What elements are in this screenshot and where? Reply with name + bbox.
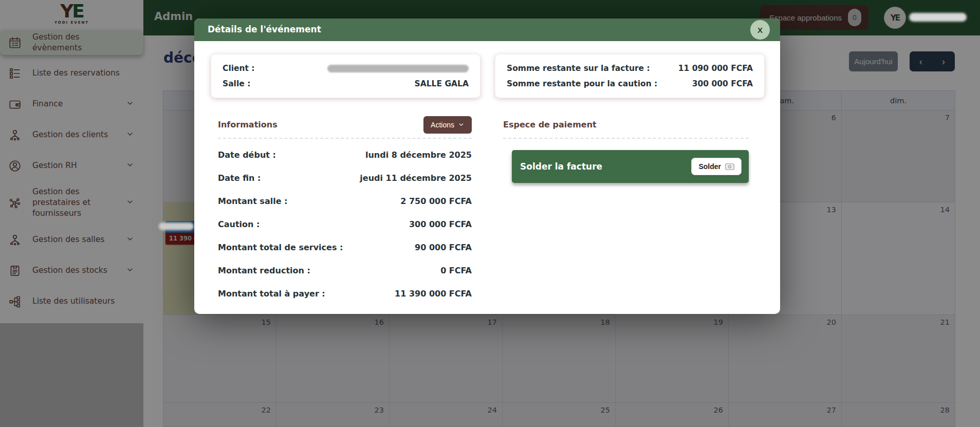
event-title-redaction (159, 222, 194, 230)
remaining-caution-row: Somme restante pour la caution : 300 000… (507, 76, 753, 91)
solder-button[interactable]: Solder (691, 158, 742, 175)
remaining-invoice-row: Somme restante sur la facture : 11 090 0… (507, 61, 753, 76)
remaining-caution-label: Somme restante pour la caution : (507, 79, 657, 88)
info-value: 0 FCFA (440, 266, 472, 278)
remaining-caution-value: 300 000 FCFA (692, 79, 753, 88)
salle-label: Salle : (223, 79, 250, 88)
client-label: Client : (223, 64, 255, 73)
informations-heading: Informations (218, 120, 278, 129)
salle-row: Salle : SALLE GALA (223, 76, 469, 91)
info-label: Montant total de services : (218, 243, 343, 255)
info-row: Montant salle : 2 750 000 FCFA (218, 196, 472, 209)
info-label: Montant salle : (218, 196, 287, 209)
info-value: 300 000 FCFA (409, 219, 472, 232)
info-label: Montant reduction : (218, 266, 310, 278)
banknote-icon (725, 163, 734, 170)
modal-header: Détails de l'événement X (194, 18, 780, 41)
info-value: jeudi 11 décembre 2025 (360, 173, 472, 185)
modal-body: Client : Salle : SALLE GALA Somme restan… (194, 41, 780, 312)
actions-dropdown-button[interactable]: Actions (423, 116, 472, 134)
info-value: 2 750 000 FCFA (400, 196, 472, 209)
info-row: Caution : 300 000 FCFA (218, 219, 472, 232)
info-row: Montant total à payer : 11 390 000 FCFA (218, 289, 472, 301)
info-label: Date début : (218, 150, 276, 162)
modal-title: Détails de l'événement (208, 24, 321, 34)
info-label: Montant total à payer : (218, 289, 325, 301)
remaining-invoice-label: Somme restante sur la facture : (507, 64, 650, 73)
solder-facture-panel: Solder la facture Solder (512, 150, 749, 183)
salle-value: SALLE GALA (415, 79, 469, 88)
informations-section: Informations Actions Date début : lundi … (218, 115, 472, 312)
client-card: Client : Salle : SALLE GALA (211, 54, 480, 98)
info-label: Date fin : (218, 173, 261, 185)
payment-heading: Espece de paiement (503, 120, 597, 129)
summary-card: Somme restante sur la facture : 11 090 0… (495, 54, 765, 98)
info-row: Date début : lundi 8 décembre 2025 (218, 150, 472, 162)
client-row: Client : (223, 61, 469, 76)
info-label: Caution : (218, 219, 260, 232)
info-value: 11 390 000 FCFA (395, 289, 472, 301)
solder-facture-label: Solder la facture (520, 161, 602, 172)
actions-label: Actions (431, 121, 454, 129)
info-row: Date fin : jeudi 11 décembre 2025 (218, 173, 472, 185)
divider (503, 138, 749, 139)
close-button[interactable]: X (750, 20, 770, 40)
info-row: Montant total de services : 90 000 FCFA (218, 243, 472, 255)
payment-section: Espece de paiement Solder la facture Sol… (503, 115, 749, 312)
info-value: lundi 8 décembre 2025 (365, 150, 472, 162)
event-details-modal: Détails de l'événement X Client : Salle … (194, 18, 780, 314)
info-row: Montant reduction : 0 FCFA (218, 266, 472, 278)
solder-button-label: Solder (698, 162, 721, 171)
client-name-redaction (327, 65, 469, 72)
divider (218, 138, 472, 139)
chevron-down-icon (458, 121, 465, 128)
info-value: 90 000 FCFA (415, 243, 472, 255)
remaining-invoice-value: 11 090 000 FCFA (678, 64, 753, 73)
user-name-redaction (909, 13, 967, 22)
